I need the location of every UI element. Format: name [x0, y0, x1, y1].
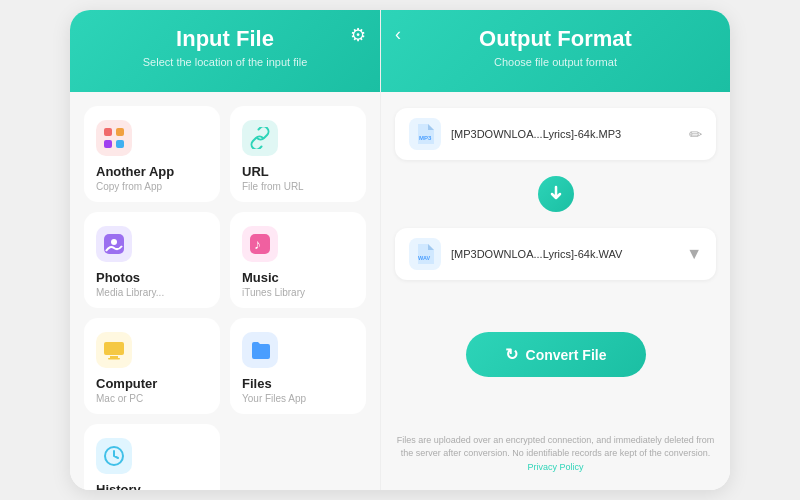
app-container: ⚙ Input File Select the location of the …	[70, 10, 730, 490]
files-icon-wrap	[242, 332, 278, 368]
url-icon	[249, 127, 271, 149]
computer-title: Computer	[96, 376, 208, 391]
file-doc-icon: MP3	[416, 124, 434, 144]
photos-title: Photos	[96, 270, 208, 285]
svg-rect-8	[104, 342, 124, 355]
wav-filename: [MP3DOWNLOA...Lyrics]-64k.WAV	[451, 248, 678, 260]
files-icon	[249, 339, 271, 361]
right-header: ‹ Output Format Choose file output forma…	[381, 10, 730, 92]
computer-icon-wrap	[96, 332, 132, 368]
history-icon	[103, 445, 125, 467]
svg-rect-3	[116, 140, 124, 148]
download-arrow[interactable]	[538, 176, 574, 212]
grid-item-url[interactable]: URL File from URL	[230, 106, 366, 202]
music-title: Music	[242, 270, 354, 285]
footer-text: Files are uploaded over an encrypted con…	[395, 426, 716, 475]
svg-rect-0	[104, 128, 112, 136]
back-button[interactable]: ‹	[395, 24, 401, 45]
left-panel: ⚙ Input File Select the location of the …	[70, 10, 380, 490]
file-wav-icon: WAV	[416, 244, 434, 264]
svg-text:WAV: WAV	[418, 255, 430, 261]
privacy-policy-link[interactable]: Privacy Policy	[527, 462, 583, 472]
computer-icon	[103, 339, 125, 361]
music-sub: iTunes Library	[242, 287, 354, 298]
files-sub: Your Files App	[242, 393, 354, 404]
photos-icon-wrap	[96, 226, 132, 262]
grid-item-history[interactable]: History Browse Converted Files	[84, 424, 220, 490]
grid-item-files[interactable]: Files Your Files App	[230, 318, 366, 414]
another-title: Another App	[96, 164, 208, 179]
input-grid: Another App Copy from App URL File from …	[84, 106, 366, 490]
left-subtitle: Select the location of the input file	[90, 56, 360, 68]
music-icon: ♪	[249, 233, 271, 255]
convert-button[interactable]: ↻ Convert File	[466, 332, 646, 377]
svg-point-5	[111, 239, 117, 245]
url-title: URL	[242, 164, 354, 179]
computer-sub: Mac or PC	[96, 393, 208, 404]
grid-item-photos[interactable]: Photos Media Library...	[84, 212, 220, 308]
edit-button-mp3[interactable]: ✏	[689, 125, 702, 144]
mp3-file-icon: MP3	[409, 118, 441, 150]
format-item-mp3[interactable]: MP3 [MP3DOWNLOA...Lyrics]-64k.MP3 ✏	[395, 108, 716, 160]
convert-icon: ↻	[505, 345, 518, 364]
left-header: ⚙ Input File Select the location of the …	[70, 10, 380, 92]
svg-rect-10	[108, 358, 120, 360]
grid-item-music[interactable]: ♪ Music iTunes Library	[230, 212, 366, 308]
music-icon-wrap: ♪	[242, 226, 278, 262]
left-title: Input File	[90, 26, 360, 52]
download-icon	[547, 185, 565, 203]
right-title: Output Format	[401, 26, 710, 52]
grid-item-computer[interactable]: Computer Mac or PC	[84, 318, 220, 414]
history-icon-wrap	[96, 438, 132, 474]
another-sub: Copy from App	[96, 181, 208, 192]
another-icon-wrap	[96, 120, 132, 156]
photos-icon	[103, 233, 125, 255]
left-content: Another App Copy from App URL File from …	[70, 92, 380, 490]
svg-text:♪: ♪	[254, 236, 261, 252]
format-list: MP3 [MP3DOWNLOA...Lyrics]-64k.MP3 ✏	[395, 108, 716, 280]
format-item-wav[interactable]: WAV [MP3DOWNLOA...Lyrics]-64k.WAV ▼	[395, 228, 716, 280]
settings-icon[interactable]: ⚙	[350, 24, 366, 46]
right-panel: ‹ Output Format Choose file output forma…	[380, 10, 730, 490]
right-subtitle: Choose file output format	[401, 56, 710, 68]
history-title: History	[96, 482, 208, 490]
svg-rect-1	[116, 128, 124, 136]
another-icon	[103, 127, 125, 149]
footer-description: Files are uploaded over an encrypted con…	[397, 435, 715, 459]
url-sub: File from URL	[242, 181, 354, 192]
files-title: Files	[242, 376, 354, 391]
svg-rect-2	[104, 140, 112, 148]
mp3-filename: [MP3DOWNLOA...Lyrics]-64k.MP3	[451, 128, 681, 140]
svg-rect-9	[110, 356, 118, 358]
dropdown-button-wav[interactable]: ▼	[686, 245, 702, 263]
svg-text:MP3: MP3	[419, 135, 432, 141]
wav-file-icon: WAV	[409, 238, 441, 270]
photos-sub: Media Library...	[96, 287, 208, 298]
grid-item-another[interactable]: Another App Copy from App	[84, 106, 220, 202]
right-content: MP3 [MP3DOWNLOA...Lyrics]-64k.MP3 ✏	[381, 92, 730, 490]
convert-label: Convert File	[526, 347, 607, 363]
url-icon-wrap	[242, 120, 278, 156]
